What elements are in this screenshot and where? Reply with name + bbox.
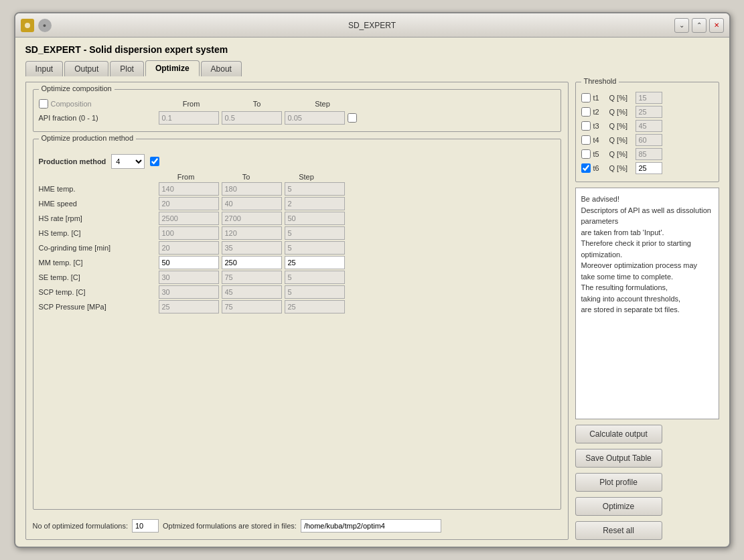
row-from[interactable]	[159, 212, 219, 225]
reset-all-button[interactable]: Reset all	[575, 521, 662, 540]
threshold-row-t5: t5 Q [%]	[581, 148, 713, 160]
table-row: SCP Pressure [MPa]	[39, 300, 555, 313]
svg-point-1	[25, 23, 30, 28]
prod-method-label: Production method	[39, 157, 106, 165]
row-step[interactable]	[285, 271, 345, 284]
prod-step-header: Step	[277, 173, 337, 181]
api-from-input[interactable]	[159, 111, 219, 125]
tab-input[interactable]: Input	[25, 61, 64, 76]
row-step[interactable]	[285, 285, 345, 299]
t1-input[interactable]	[636, 92, 662, 104]
no-formulations-label: No of optimized formulations:	[33, 522, 128, 530]
maximize-button[interactable]: ⌃	[692, 18, 706, 33]
table-row: HME speed	[39, 197, 555, 210]
t4-checkbox[interactable]	[581, 135, 591, 145]
api-step-input[interactable]	[285, 111, 345, 125]
stored-path-input[interactable]	[301, 519, 441, 533]
t4-input[interactable]	[636, 134, 662, 146]
app-icon2: ●	[38, 19, 52, 32]
minimize-button[interactable]: ⌄	[674, 18, 689, 33]
row-step[interactable]	[285, 197, 345, 210]
plot-profile-button[interactable]: Plot profile	[575, 473, 662, 492]
composition-checkbox[interactable]	[39, 99, 48, 109]
app-title: SD_EXPERT - Solid dispersion expert syst…	[25, 44, 719, 55]
row-label: HS rate [rpm]	[39, 214, 156, 222]
t1-q-label: Q [%]	[609, 94, 633, 102]
tab-optimize[interactable]: Optimize	[145, 60, 200, 76]
app-icon	[21, 19, 34, 32]
t6-checkbox[interactable]	[581, 163, 591, 173]
save-output-table-button[interactable]: Save Output Table	[575, 449, 662, 468]
row-from[interactable]	[159, 226, 219, 240]
t1-checkbox[interactable]	[581, 93, 591, 102]
step-header: Step	[293, 100, 353, 108]
row-to[interactable]	[222, 300, 282, 313]
right-panel: Threshold t1 Q [%] t2 Q [%]	[575, 82, 719, 540]
threshold-group: Threshold t1 Q [%] t2 Q [%]	[575, 82, 719, 182]
title-bar-controls: ⌄ ⌃ ✕	[674, 18, 724, 33]
row-step[interactable]	[285, 256, 345, 269]
row-to[interactable]	[222, 197, 282, 210]
row-to[interactable]	[222, 212, 282, 225]
row-label: SCP temp. [C]	[39, 288, 156, 296]
t5-checkbox[interactable]	[581, 149, 591, 159]
t4-q-label: Q [%]	[609, 136, 633, 144]
row-label: HME temp.	[39, 185, 156, 193]
t6-input[interactable]	[636, 162, 662, 174]
row-to[interactable]	[222, 226, 282, 240]
table-row: HS temp. [C]	[39, 226, 555, 240]
t3-checkbox[interactable]	[581, 121, 591, 131]
calculate-output-button[interactable]: Calculate output	[575, 425, 662, 443]
t3-q-label: Q [%]	[609, 122, 633, 130]
t2-input[interactable]	[636, 106, 662, 118]
api-fraction-checkbox[interactable]	[348, 113, 357, 123]
table-row: Co-grinding time [min]	[39, 241, 555, 255]
t6-q-label: Q [%]	[609, 164, 633, 172]
row-to[interactable]	[222, 285, 282, 299]
table-row: HME temp.	[39, 182, 555, 196]
api-fraction-label: API fraction (0 - 1)	[39, 114, 156, 122]
row-to[interactable]	[222, 182, 282, 196]
row-step[interactable]	[285, 212, 345, 225]
no-formulations-input[interactable]	[132, 519, 159, 533]
main-window: ● SD_EXPERT ⌄ ⌃ ✕ SD_EXPERT - Solid disp…	[14, 12, 731, 548]
row-from[interactable]	[159, 256, 219, 269]
prod-method-select[interactable]: 4	[111, 154, 145, 169]
api-to-input[interactable]	[222, 111, 282, 125]
main-area: Optimize composition Composition From To…	[25, 82, 719, 540]
prod-method-row: Production method 4	[39, 154, 555, 169]
t5-input[interactable]	[636, 148, 662, 160]
tab-plot[interactable]: Plot	[110, 61, 144, 76]
bottom-strip: No of optimized formulations: Optmized f…	[33, 519, 561, 533]
row-step[interactable]	[285, 300, 345, 313]
row-step[interactable]	[285, 182, 345, 196]
row-from[interactable]	[159, 241, 219, 255]
row-to[interactable]	[222, 241, 282, 255]
row-to[interactable]	[222, 256, 282, 269]
composition-header-row: Composition From To Step	[39, 99, 555, 109]
row-to[interactable]	[222, 271, 282, 284]
row-step[interactable]	[285, 241, 345, 255]
row-from[interactable]	[159, 285, 219, 299]
to-header: To	[227, 100, 287, 108]
optimize-button[interactable]: Optimize	[575, 497, 662, 516]
threshold-title: Threshold	[581, 77, 619, 85]
t2-checkbox[interactable]	[581, 107, 591, 117]
row-from[interactable]	[159, 300, 219, 313]
row-step[interactable]	[285, 226, 345, 240]
tab-about[interactable]: About	[201, 61, 242, 76]
t3-input[interactable]	[636, 120, 662, 132]
prod-method-checkbox[interactable]	[150, 157, 159, 166]
tabs-row: Input Output Plot Optimize About	[25, 60, 719, 76]
row-from[interactable]	[159, 271, 219, 284]
threshold-row-t6: t6 Q [%]	[581, 162, 713, 174]
close-button[interactable]: ✕	[709, 18, 724, 33]
t4-label: t4	[593, 136, 607, 144]
row-from[interactable]	[159, 182, 219, 196]
threshold-row-t1: t1 Q [%]	[581, 92, 713, 104]
t1-label: t1	[593, 94, 607, 102]
row-label: HME speed	[39, 200, 156, 208]
row-from[interactable]	[159, 197, 219, 210]
tab-output[interactable]: Output	[64, 61, 108, 76]
threshold-row-t3: t3 Q [%]	[581, 120, 713, 132]
